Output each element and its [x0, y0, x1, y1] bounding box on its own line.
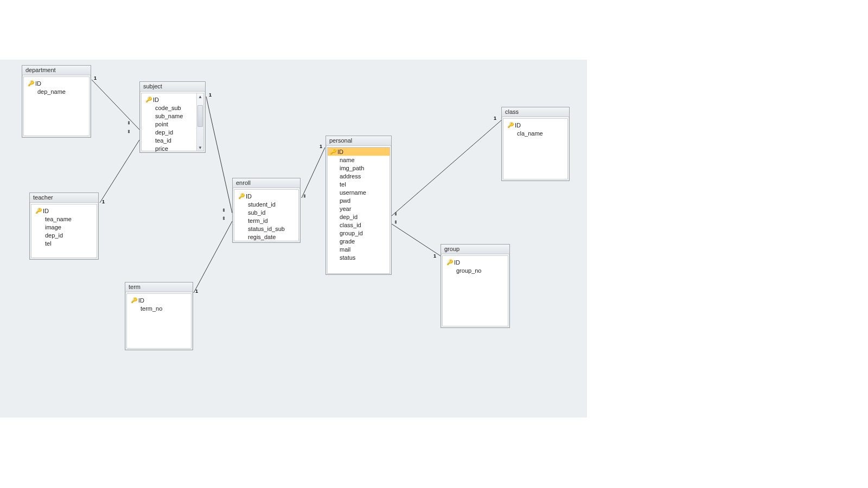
card-one: 1 [320, 144, 322, 149]
card-many: ∞ [127, 129, 130, 134]
entity-field-list: 🔑ID name img_path address tel username p… [327, 147, 390, 274]
table-field[interactable]: tel [33, 239, 95, 247]
card-many: ∞ [222, 208, 225, 213]
scroll-up-icon[interactable]: ▲ [197, 93, 203, 100]
entity-class[interactable]: class 🔑ID cla_name [501, 107, 570, 181]
table-field[interactable]: 🔑ID [25, 79, 87, 87]
table-field[interactable]: term_no [129, 304, 189, 312]
entity-title[interactable]: department [22, 66, 91, 75]
key-icon: 🔑 [507, 122, 514, 128]
entity-enroll[interactable]: enroll 🔑ID student_id sub_id term_id sta… [232, 178, 301, 243]
table-field[interactable]: regis_date [236, 233, 297, 241]
entity-title[interactable]: teacher [30, 193, 98, 203]
table-field[interactable]: 🔑ID [143, 95, 196, 104]
card-one: 1 [102, 200, 105, 204]
table-field[interactable]: year [328, 204, 390, 213]
entity-field-list: 🔑ID code_sub sub_name point dep_id tea_i… [141, 93, 204, 151]
table-field[interactable]: sub_name [143, 112, 196, 120]
table-field[interactable]: group_no [444, 266, 506, 274]
key-icon: 🔑 [446, 259, 453, 265]
entity-field-list: 🔑ID group_no [442, 255, 508, 326]
card-many: ∞ [222, 216, 225, 221]
table-field[interactable]: grade [328, 237, 390, 245]
card-one: 1 [195, 289, 198, 294]
key-icon: 🔑 [130, 297, 137, 303]
key-icon: 🔑 [145, 97, 152, 102]
table-field[interactable]: dep_name [25, 87, 87, 95]
table-field[interactable]: 🔑ID [129, 296, 189, 304]
card-one: 1 [433, 254, 436, 259]
card-many: ∞ [303, 194, 306, 198]
entity-title[interactable]: group [441, 245, 509, 254]
key-icon: 🔑 [329, 149, 336, 155]
entity-field-list: 🔑ID dep_name [23, 76, 90, 136]
entity-title[interactable]: enroll [233, 178, 300, 188]
entity-field-list: 🔑ID cla_name [503, 118, 568, 179]
table-field[interactable]: name [328, 156, 390, 164]
card-many: ∞ [127, 120, 130, 125]
table-field[interactable]: username [328, 188, 390, 196]
table-field[interactable]: class_id [328, 221, 390, 229]
entity-subject[interactable]: subject 🔑ID code_sub sub_name point dep_… [139, 81, 206, 153]
table-field[interactable]: 🔑ID [236, 192, 297, 200]
scroll-thumb[interactable] [197, 105, 203, 127]
table-field[interactable]: img_path [328, 164, 390, 172]
svg-line-5 [392, 120, 502, 216]
table-field[interactable]: status_id_sub [236, 224, 297, 233]
key-icon: 🔑 [238, 193, 245, 199]
card-many: ∞ [394, 211, 397, 216]
svg-line-0 [92, 80, 139, 130]
entity-title[interactable]: class [502, 107, 569, 117]
table-field[interactable]: price [143, 144, 196, 152]
card-many: ∞ [394, 220, 397, 224]
table-field[interactable]: point [143, 120, 196, 128]
svg-line-4 [302, 147, 325, 198]
table-field[interactable]: sub_id [236, 208, 297, 216]
table-field[interactable]: mail [328, 245, 390, 253]
table-field[interactable]: 🔑ID [328, 147, 390, 156]
card-one: 1 [209, 93, 212, 98]
table-field[interactable]: 🔑ID [505, 121, 566, 129]
scrollbar[interactable]: ▲ ▼ [196, 93, 203, 151]
entity-term[interactable]: term 🔑ID term_no [125, 282, 193, 350]
table-field[interactable]: cla_name [505, 129, 566, 137]
entity-field-list: 🔑ID student_id sub_id term_id status_id_… [234, 189, 299, 241]
table-field[interactable]: tea_id [143, 136, 196, 144]
entity-group[interactable]: group 🔑ID group_no [441, 244, 510, 328]
svg-line-3 [194, 221, 232, 293]
table-field[interactable]: image [33, 223, 95, 231]
table-field[interactable]: 🔑ID [33, 207, 95, 215]
table-field[interactable]: status [328, 253, 390, 261]
table-field[interactable]: tel [328, 180, 390, 188]
table-field[interactable]: 🔑ID [444, 258, 506, 266]
entity-title[interactable]: term [125, 282, 193, 292]
svg-line-6 [392, 224, 441, 256]
entity-teacher[interactable]: teacher 🔑ID tea_name image dep_id tel [29, 192, 99, 260]
key-icon: 🔑 [35, 208, 42, 214]
card-one: 1 [494, 116, 496, 121]
table-field[interactable]: dep_id [33, 231, 95, 239]
svg-line-2 [206, 97, 232, 213]
entity-personal[interactable]: personal 🔑ID name img_path address tel u… [326, 136, 392, 275]
svg-line-1 [100, 140, 139, 203]
table-field[interactable]: dep_id [328, 213, 390, 221]
card-one: 1 [94, 76, 97, 81]
table-field[interactable]: address [328, 172, 390, 180]
scroll-track[interactable] [197, 100, 203, 144]
key-icon: 🔑 [27, 80, 34, 86]
table-field[interactable]: tea_name [33, 215, 95, 223]
scroll-down-icon[interactable]: ▼ [197, 144, 203, 151]
entity-department[interactable]: department 🔑ID dep_name [22, 65, 91, 138]
table-field[interactable]: group_id [328, 229, 390, 237]
entity-title[interactable]: personal [326, 136, 391, 146]
table-field[interactable]: term_id [236, 216, 297, 224]
entity-field-list: 🔑ID tea_name image dep_id tel [31, 204, 97, 258]
table-field[interactable]: student_id [236, 200, 297, 208]
table-field[interactable]: pwd [328, 196, 390, 204]
entity-title[interactable]: subject [140, 82, 205, 92]
table-field[interactable]: code_sub [143, 104, 196, 112]
diagram-canvas[interactable]: 1 ∞ 1 ∞ 1 ∞ 1 ∞ 1 ∞ 1 ∞ 1 ∞ department 🔑… [0, 60, 587, 418]
table-field[interactable]: dep_id [143, 128, 196, 136]
entity-field-list: 🔑ID term_no [126, 293, 192, 349]
